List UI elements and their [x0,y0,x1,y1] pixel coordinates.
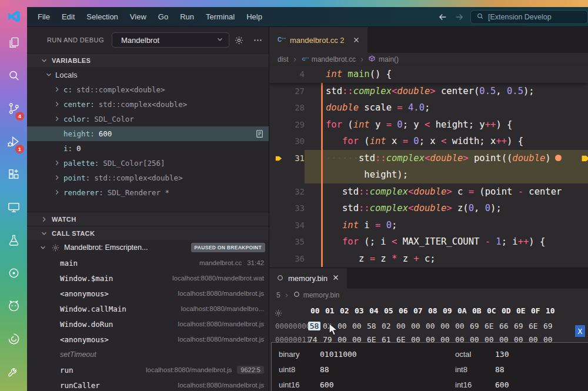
frame-function: <anonymous> [60,289,109,298]
activity-testing[interactable] [0,225,27,258]
menu-file[interactable]: File [32,9,56,24]
call-stack-frame[interactable]: runlocalhost:8080/mandelbrot.js9622:5 [27,362,269,377]
breadcrumb-dist[interactable]: dist [278,55,289,64]
chevron-right-icon[interactable] [53,173,61,183]
menu-edit[interactable]: Edit [56,9,81,24]
variable-row[interactable]: center:std::complex<double> [27,97,269,112]
code-token [326,236,342,247]
call-stack-frame[interactable]: setTimeout [27,347,269,362]
menu-go[interactable]: Go [152,9,174,24]
more-actions-icon[interactable] [253,35,263,45]
debug-session-row[interactable]: Mandelbrot: Emscripten... PAUSED ON BREA… [27,240,269,255]
activity-search[interactable] [0,60,27,93]
command-center-search[interactable]: [Extension Develop [470,10,588,24]
call-stack-frame[interactable]: Window.callMainlocalhost:8080/mandelbro.… [27,301,269,316]
hex-byte[interactable]: 69 [543,322,558,330]
hex-byte[interactable]: 69 [470,322,485,330]
hex-byte[interactable]: 00 [411,322,426,330]
sidebar-header: RUN AND DEBUG Mandelbrot [27,27,269,53]
menu-view[interactable]: View [124,9,152,24]
activity-explorer[interactable] [0,27,27,60]
ascii-selected-cell[interactable]: X [575,325,585,337]
activity-github[interactable] [0,290,27,323]
code-token: , [474,203,485,213]
variable-row[interactable]: point:std::complex<double> [27,171,269,185]
hex-byte[interactable]: 00 [455,322,470,330]
breadcrumb-file[interactable]: mandelbrot.cc [312,55,356,64]
view-binary-icon[interactable] [255,129,264,138]
hex-byte[interactable]: 00 [396,322,411,330]
scope-locals[interactable]: Locals [27,67,269,82]
hex-byte[interactable]: 69 [514,322,529,330]
hex-settings-gear-icon[interactable] [274,309,283,318]
code-area[interactable]: 4int main() { 27std::complex<double> cen… [269,66,588,267]
chevron-right-icon[interactable] [53,159,61,169]
activity-live-preview[interactable] [0,258,27,290]
variable-value: std::complex<double> [99,100,188,109]
hex-editor[interactable]: 000102030405060708090A0B0C0D0E0F10 00000… [269,302,588,346]
chevron-right-icon[interactable] [53,188,61,198]
variable-row[interactable]: palette:SDL_Color[256] [27,156,269,171]
watch-section-header[interactable]: WATCH [27,212,269,226]
variable-row[interactable]: color:SDL_Color [27,112,269,126]
activity-remote-explorer[interactable] [0,192,27,225]
menu-help[interactable]: Help [240,9,268,24]
line-number: 32 [269,183,305,200]
hex-byte[interactable]: 66 [499,322,514,330]
hex-byte[interactable]: 58 [308,322,320,330]
activity-run-and-debug[interactable]: 1 [0,126,27,159]
variable-row[interactable]: c:std::complex<double> [27,82,269,97]
variable-row[interactable]: height:600 [27,126,269,141]
code-line: 27std::complex<double> center(0.5, 0.5); [269,83,588,100]
activity-build-tools[interactable] [0,323,27,356]
call-stack-section-header[interactable]: CALL STACK [27,226,269,240]
call-stack-frame[interactable]: <anonymous>localhost:8080/mandelbrot.js [27,286,269,301]
hex-col-header: 0E [516,306,531,319]
debug-settings-gear-icon[interactable] [234,35,244,45]
frame-function: Window.callMain [60,305,126,313]
panel-tab-bar: memory.bin [269,268,588,289]
code-token: ) [545,153,550,163]
hex-byte[interactable]: 6E [485,322,499,330]
hex-byte[interactable]: 6E [529,322,543,330]
back-arrow-icon[interactable] [437,12,448,22]
chevron-right-icon[interactable] [53,115,61,125]
activity-source-control[interactable]: 4 [0,93,27,126]
call-stack-frame[interactable]: Window.$mainlocalhost:8080/mandelbrot.wa… [27,270,269,286]
hex-byte[interactable]: 58 [367,322,382,330]
files-icon [7,36,21,52]
variable-row[interactable]: i:0 [27,141,269,156]
close-icon[interactable] [332,273,340,283]
hex-byte[interactable]: 02 [382,322,396,330]
launch-config-dropdown[interactable]: Mandelbrot [112,32,229,48]
variables-section-header[interactable]: VARIABLES [27,53,269,67]
variable-row[interactable]: renderer:SDL_Renderer * [27,185,269,200]
search-text: [Extension Develop [488,13,552,21]
call-stack-frame[interactable]: <anonymous>localhost:8080/mandelbrot.js [27,332,269,347]
menu-run[interactable]: Run [174,9,200,24]
inspector-label: octal [455,350,495,359]
code-token: :: [359,203,370,213]
menu-selection[interactable]: Selection [81,9,123,24]
panel-breadcrumb-root[interactable]: 5 [276,291,280,299]
tab-mandelbrot-cc[interactable]: C++ mandelbrot.cc 2 [269,27,368,53]
panel-breadcrumb-file[interactable]: memory.bin [303,291,340,299]
call-stack-frame[interactable]: mainmandelbrot.cc31:42 [27,255,269,270]
frame-location: mandelbrot.cc [199,259,242,266]
hex-byte[interactable]: 00 [352,322,367,330]
chevron-right-icon[interactable] [53,100,61,110]
hex-byte[interactable]: 00 [426,322,440,330]
tab-memory-bin[interactable]: memory.bin [269,268,347,289]
breadcrumb-symbol[interactable]: main() [379,55,399,64]
chevron-right-icon[interactable] [53,85,61,95]
call-stack-frame[interactable]: Window.doRunlocalhost:8080/mandelbrot.js [27,316,269,332]
close-icon[interactable] [352,36,360,44]
line-number: 35 [269,233,305,250]
activity-tools[interactable] [0,356,27,389]
hex-byte[interactable]: 00 [440,322,455,330]
forward-arrow-icon[interactable] [454,12,465,22]
activity-extensions[interactable] [0,159,27,192]
menu-terminal[interactable]: Terminal [200,9,240,24]
line-number: 36 [269,250,305,268]
call-stack-frame[interactable]: runCallerlocalhost:8080/mandelbrot.js [27,377,269,391]
